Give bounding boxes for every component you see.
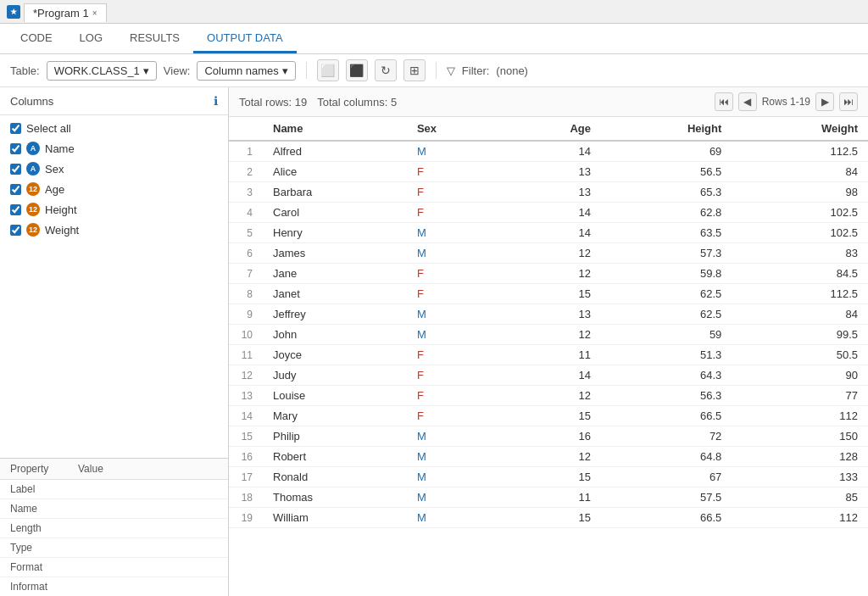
cell-sex: F <box>407 386 503 406</box>
cell-sex: M <box>407 243 503 264</box>
right-panel: Total rows: 19 Total columns: 5 ⏮ ◀ Rows… <box>229 87 868 596</box>
row-num: 3 <box>229 182 263 203</box>
cell-name: Jane <box>263 264 407 284</box>
tab-results[interactable]: RESULTS <box>116 25 193 53</box>
column-num-icon: 12 <box>26 182 40 196</box>
columns-info-icon[interactable]: ℹ <box>214 94 218 108</box>
cell-age: 12 <box>503 325 601 345</box>
select-all-item[interactable]: Select all <box>0 119 228 138</box>
cell-weight: 150 <box>732 426 868 447</box>
cell-name: Henry <box>263 223 407 243</box>
cell-weight: 112 <box>732 406 868 426</box>
cell-age: 14 <box>503 365 601 386</box>
cell-name: Philip <box>263 426 407 447</box>
value-col-header: Value <box>68 459 228 480</box>
select-all-label: Select all <box>26 122 71 135</box>
property-value <box>68 558 228 577</box>
cell-sex: M <box>407 447 503 467</box>
tab-label: *Program 1 <box>33 7 89 19</box>
weight-col-header: Weight <box>732 117 868 141</box>
column-item-weight[interactable]: 12 Weight <box>0 220 228 240</box>
grid-button[interactable]: ⊞ <box>403 59 426 81</box>
export-csv-button[interactable]: ⬜ <box>317 59 339 81</box>
row-num: 12 <box>229 365 263 386</box>
table-row: 9 Jeffrey M 13 62.5 84 <box>229 304 868 325</box>
cell-sex: F <box>407 203 503 223</box>
table-row: 12 Judy F 14 64.3 90 <box>229 365 868 386</box>
refresh-button[interactable]: ↻ <box>375 59 397 81</box>
cell-height: 62.5 <box>601 284 732 304</box>
cell-sex: M <box>407 426 503 447</box>
column-num-icon-3: 12 <box>26 223 40 237</box>
filter-label: Filter: <box>462 64 490 77</box>
column-name-checkbox[interactable] <box>10 143 21 154</box>
property-row: Format <box>0 558 228 577</box>
cell-age: 13 <box>503 162 601 182</box>
cell-height: 51.3 <box>601 345 732 365</box>
first-page-button[interactable]: ⏮ <box>715 92 733 111</box>
cell-age: 12 <box>503 264 601 284</box>
column-weight-checkbox[interactable] <box>10 225 21 236</box>
column-sex-label: Sex <box>45 163 64 175</box>
cell-height: 59.8 <box>601 264 732 284</box>
column-item-name[interactable]: A Name <box>0 138 228 159</box>
table-row: 11 Joyce F 11 51.3 50.5 <box>229 345 868 365</box>
view-selector[interactable]: Column names ▾ <box>197 61 295 81</box>
tab-close-button[interactable]: × <box>92 8 97 18</box>
chevron-down-icon-2: ▾ <box>282 64 288 77</box>
row-num: 4 <box>229 203 263 223</box>
table-selector[interactable]: WORK.CLASS_1 ▾ <box>47 61 157 81</box>
data-stats: Total rows: 19 Total columns: 5 <box>239 96 397 109</box>
cell-age: 13 <box>503 182 601 203</box>
property-name: Type <box>0 538 68 558</box>
cell-age: 12 <box>503 386 601 406</box>
cell-weight: 128 <box>732 447 868 467</box>
property-value <box>68 577 228 597</box>
cell-weight: 50.5 <box>732 345 868 365</box>
column-item-age[interactable]: 12 Age <box>0 179 228 199</box>
column-item-sex[interactable]: A Sex <box>0 159 228 179</box>
program-icon: ★ <box>7 5 20 19</box>
next-page-button[interactable]: ▶ <box>815 92 834 111</box>
cell-height: 62.8 <box>601 203 732 223</box>
tab-log[interactable]: LOG <box>66 25 116 53</box>
property-value <box>68 499 228 519</box>
main-layout: Columns ℹ Select all A Name A Sex <box>0 87 868 596</box>
property-value <box>68 480 228 499</box>
column-sex-checkbox[interactable] <box>10 164 21 175</box>
cell-age: 15 <box>503 467 601 487</box>
cell-sex: F <box>407 406 503 426</box>
height-col-header: Height <box>601 117 732 141</box>
cell-sex: F <box>407 284 503 304</box>
cell-name: Barbara <box>263 182 407 203</box>
total-cols: Total columns: 5 <box>317 96 397 109</box>
cell-age: 14 <box>503 203 601 223</box>
table-row: 4 Carol F 14 62.8 102.5 <box>229 203 868 223</box>
column-height-checkbox[interactable] <box>10 204 21 215</box>
chevron-down-icon: ▾ <box>143 64 149 77</box>
cell-age: 13 <box>503 304 601 325</box>
cell-age: 15 <box>503 508 601 528</box>
select-all-checkbox[interactable] <box>10 123 21 134</box>
column-age-checkbox[interactable] <box>10 184 21 195</box>
column-abc-icon-2: A <box>26 162 40 175</box>
cell-age: 11 <box>503 345 601 365</box>
cell-height: 56.5 <box>601 162 732 182</box>
property-row: Type <box>0 538 228 558</box>
last-page-button[interactable]: ⏭ <box>839 92 858 111</box>
cell-weight: 112.5 <box>732 141 868 162</box>
cell-sex: M <box>407 304 503 325</box>
data-table: Name Sex Age Height Weight 1 Alfred M 14… <box>229 117 868 528</box>
export-button[interactable]: ⬛ <box>346 59 368 81</box>
nav-tabs: CODE LOG RESULTS OUTPUT DATA <box>0 24 868 54</box>
program-tab[interactable]: *Program 1 × <box>24 3 107 22</box>
property-panel: Property Value LabelNameLengthTypeFormat… <box>0 458 228 596</box>
prev-page-button[interactable]: ◀ <box>738 92 757 111</box>
column-item-height[interactable]: 12 Height <box>0 199 228 220</box>
tab-output-data[interactable]: OUTPUT DATA <box>193 25 297 53</box>
title-bar: ★ *Program 1 × <box>0 0 868 24</box>
rows-range: Rows 1-19 <box>762 96 810 108</box>
tab-code[interactable]: CODE <box>7 25 66 53</box>
cell-name: Thomas <box>263 487 407 508</box>
table-row: 10 John M 12 59 99.5 <box>229 325 868 345</box>
